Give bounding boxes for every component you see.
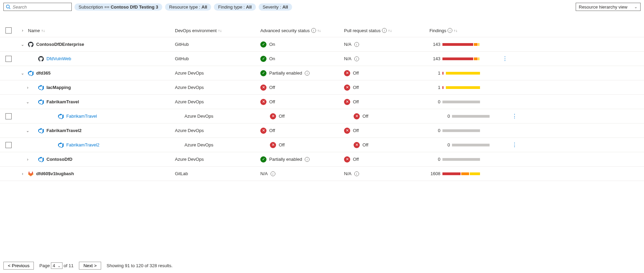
resource-name: dfd60$v1bugbash	[36, 171, 74, 176]
more-actions-icon[interactable]: ⋮	[512, 113, 517, 119]
status-on-icon: ✓	[260, 41, 266, 48]
col-pr-status[interactable]: Pull request status i ↑↓	[344, 28, 429, 33]
status-off-icon: ✕	[344, 128, 350, 134]
findings-count: 0	[439, 142, 450, 147]
env-value: Azure DevOps	[175, 85, 204, 90]
resource-name: IacMapping	[46, 85, 71, 90]
search-input[interactable]	[13, 4, 69, 10]
info-icon[interactable]: i	[448, 28, 452, 33]
resource-name: FabrikamTravel	[46, 99, 79, 104]
sort-icon: ↑↓	[218, 28, 222, 32]
status-off-icon: ✕	[354, 142, 360, 148]
env-value: GitHub	[175, 56, 189, 61]
status-off-icon: ✕	[354, 113, 360, 119]
info-icon[interactable]: i	[354, 56, 359, 61]
row-checkbox[interactable]	[5, 113, 12, 119]
env-value: Azure DevOps	[184, 114, 214, 119]
status-off-icon: ✕	[270, 142, 276, 148]
findings-count: 0	[429, 157, 440, 162]
search-box[interactable]	[3, 3, 72, 11]
findings-count: 1608	[429, 171, 440, 176]
status-off-icon: ✕	[344, 99, 350, 105]
table-row: FabrikamTravel Azure DevOps ✕Off ✕Off 0 …	[0, 109, 644, 124]
view-dropdown[interactable]: Resource hierarchy view ⌄	[576, 3, 641, 11]
status-on-icon: ✓	[260, 156, 266, 162]
expand-toggle[interactable]: ⌄	[21, 42, 24, 47]
table-row: ⌄ dfd365 Azure DevOps ✓Partially enabled…	[0, 66, 644, 80]
ado-icon	[28, 70, 33, 76]
info-icon[interactable]: i	[354, 42, 359, 47]
status-off-icon: ✕	[344, 156, 350, 162]
filter-resource-type[interactable]: Resource type : All	[165, 3, 211, 11]
status-off-icon: ✕	[344, 84, 350, 91]
resource-name: ContosoDfD	[46, 157, 72, 162]
env-value: Azure DevOps	[175, 99, 204, 104]
status-on-icon: ✓	[260, 56, 266, 62]
status-off-icon: ✕	[260, 99, 266, 105]
findings-count: 0	[439, 114, 450, 119]
ado-icon	[38, 157, 44, 162]
findings-count: 143	[429, 56, 440, 61]
info-icon[interactable]: i	[354, 171, 359, 176]
col-name[interactable]: Name ↑↓	[28, 28, 175, 33]
table-row: › IacMapping Azure DevOps ✕Off ✕Off 1	[0, 80, 644, 95]
info-icon[interactable]: i	[311, 28, 316, 33]
table-row: ⌄ ContosoDfDEnterprise GitHub ✓On N/A i …	[0, 37, 644, 52]
select-all-checkbox[interactable]	[5, 27, 12, 34]
gitlab-icon	[28, 171, 33, 177]
more-actions-icon[interactable]: ⋮	[512, 142, 517, 148]
expand-toggle[interactable]: ⌄	[21, 71, 24, 76]
table-row: › ContosoDfD Azure DevOps ✓Partially ena…	[0, 152, 644, 167]
info-icon[interactable]: i	[305, 71, 310, 76]
col-devops-environment[interactable]: DevOps environment ↑↓	[175, 28, 260, 33]
resource-name: ContosoDfDEnterprise	[36, 42, 84, 47]
github-icon	[28, 42, 33, 47]
more-actions-icon[interactable]: ⋮	[502, 55, 507, 62]
env-value: Azure DevOps	[184, 142, 214, 147]
expand-all-icon[interactable]: ›	[22, 28, 23, 33]
env-value: GitHub	[175, 42, 189, 47]
env-value: Azure DevOps	[175, 157, 204, 162]
status-off-icon: ✕	[344, 70, 350, 76]
env-value: Azure DevOps	[175, 128, 204, 133]
status-on-icon: ✓	[260, 70, 266, 76]
col-advanced-security[interactable]: Advanced security status i ↑↓	[260, 28, 344, 33]
table-row: DfdVulnWeb GitHub ✓On N/A i 143 ⋮	[0, 52, 644, 66]
table-row: ⌄ FabrikamTravel Azure DevOps ✕Off ✕Off …	[0, 95, 644, 109]
table-row: ⌄ FabrikamTravel2 Azure DevOps ✕Off ✕Off…	[0, 124, 644, 138]
resource-name: dfd365	[36, 70, 51, 76]
findings-count: 143	[429, 42, 440, 47]
filter-subscription[interactable]: Subscription == Contoso DfD Testing 3	[74, 3, 162, 11]
info-icon[interactable]: i	[271, 171, 275, 176]
findings-count: 0	[429, 99, 440, 104]
row-checkbox[interactable]	[5, 142, 12, 148]
col-findings[interactable]: Findings i ↑↓	[429, 28, 498, 33]
resource-name: FabrikamTravel2	[46, 128, 82, 133]
env-value: Azure DevOps	[175, 70, 204, 76]
ado-icon	[38, 85, 44, 90]
row-checkbox[interactable]	[5, 56, 12, 62]
ado-icon	[58, 142, 64, 148]
info-icon[interactable]: i	[305, 157, 310, 162]
status-off-icon: ✕	[260, 84, 266, 91]
ado-icon	[38, 128, 44, 133]
filter-finding-type[interactable]: Finding type : All	[214, 3, 256, 11]
search-icon	[6, 4, 11, 9]
info-icon[interactable]: i	[382, 28, 387, 33]
ado-icon	[38, 99, 44, 105]
sort-icon: ↑↓	[454, 28, 457, 32]
expand-toggle[interactable]: ›	[22, 171, 23, 176]
env-value: GitLab	[175, 171, 188, 176]
table-row: FabrikamTravel2 Azure DevOps ✕Off ✕Off 0…	[0, 138, 644, 152]
sort-icon: ↑↓	[317, 28, 321, 32]
findings-count: 1	[429, 85, 440, 90]
sort-icon: ↑↓	[388, 28, 392, 32]
table-row: › dfd60$v1bugbash GitLab N/A i N/A i 160…	[0, 167, 644, 181]
filter-severity[interactable]: Severity : All	[259, 3, 292, 11]
resource-name[interactable]: FabrikamTravel	[66, 114, 97, 119]
resource-name[interactable]: FabrikamTravel2	[66, 142, 99, 147]
ado-icon	[58, 114, 64, 119]
resource-name[interactable]: DfdVulnWeb	[46, 56, 71, 61]
sort-icon: ↑↓	[41, 28, 45, 32]
status-off-icon: ✕	[260, 128, 266, 134]
